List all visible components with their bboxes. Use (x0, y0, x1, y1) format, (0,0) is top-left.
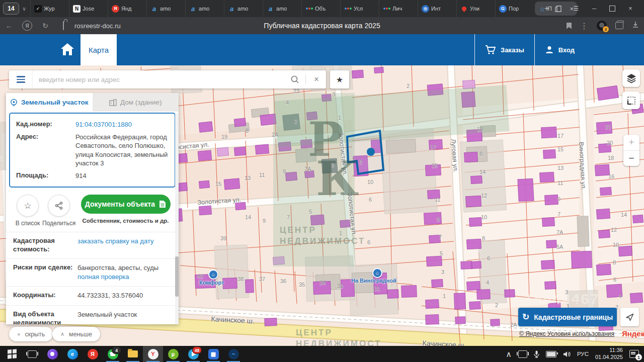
add-to-list-button[interactable]: ☆ (17, 195, 39, 217)
browser-tab[interactable]: GПор (495, 0, 534, 17)
login-button[interactable]: Вход (534, 34, 585, 65)
search-input[interactable] (33, 76, 285, 83)
restore-icon[interactable] (609, 5, 616, 12)
taskbar-calculator-icon[interactable]: ▦ (203, 346, 223, 362)
taskbar-utorrent-icon[interactable]: µ (163, 346, 183, 362)
hide-panel-button[interactable]: × скрыть (9, 327, 53, 341)
panel-toggle-icon[interactable] (554, 5, 561, 12)
parcel-number: 13 (557, 165, 564, 171)
taskbar-explorer-icon[interactable] (123, 346, 143, 362)
back-icon[interactable]: ← (0, 22, 18, 30)
tab-label: amo (160, 6, 171, 12)
browser-tab[interactable]: ⊕Инт (418, 0, 456, 17)
parcel-number: 9 (437, 216, 440, 222)
geolocation-button[interactable] (620, 308, 639, 326)
profile-avatar[interactable]: 2 (597, 21, 607, 31)
document-icon (159, 200, 166, 208)
new-tab-button[interactable]: + (544, 4, 549, 14)
favorites-button[interactable]: ★ (330, 70, 349, 88)
battery-icon[interactable] (546, 351, 556, 357)
tab-label: Усл (354, 6, 363, 12)
map-building (471, 261, 481, 268)
panel-scrollbar[interactable] (175, 113, 179, 324)
yandex-logo[interactable]: Яндекс (622, 329, 644, 338)
tab-land-parcel[interactable]: Земельный участок (6, 93, 93, 112)
layers-button[interactable] (622, 69, 640, 87)
browser-tab[interactable]: NJose (69, 0, 108, 17)
map-building (199, 180, 209, 189)
object-documents-button[interactable]: Документы объекта (81, 195, 171, 214)
bookmark-icon[interactable] (567, 23, 572, 29)
detail-label: Кадастровая стоимость: (13, 237, 77, 254)
parcel-number: 11 (557, 180, 563, 186)
poi-icon[interactable]: ⌂ (208, 269, 218, 280)
tab-house[interactable]: Дом (здание) (93, 93, 179, 112)
yandex-search-icon[interactable]: Я (18, 21, 36, 31)
taskbar-whatsapp-icon[interactable]: ☎4 (103, 346, 123, 362)
map-building (199, 122, 213, 133)
browser-tab[interactable]: Усл (340, 0, 379, 17)
poi-label[interactable]: На Виноградной (351, 278, 396, 284)
volume-icon[interactable] (563, 351, 571, 357)
tray-expand-icon[interactable]: ∧ (506, 349, 512, 359)
taskbar-paint3d-icon[interactable]: ~ (223, 346, 244, 362)
clear-search-icon[interactable]: × (307, 74, 326, 84)
microphone-icon[interactable] (534, 350, 539, 358)
refresh-icon[interactable]: ↻ (36, 22, 54, 30)
scrollbar-thumb[interactable] (175, 256, 179, 297)
tab-map[interactable]: Карта (80, 34, 117, 65)
parcel-number: 40 (197, 273, 203, 279)
orders-button[interactable]: Заказы (474, 34, 534, 65)
chevron-down-icon[interactable]: ∨ (22, 6, 26, 12)
taskbar-start-icon[interactable] (2, 346, 22, 362)
poi-label[interactable]: Комфорт (199, 280, 224, 286)
browser-tab[interactable]: aamo (185, 0, 224, 17)
tab-counter[interactable]: 14 (3, 3, 19, 15)
parcel-number: 21 (605, 124, 611, 130)
map-extent-button[interactable] (622, 92, 640, 109)
poi-icon[interactable]: ⌂ (372, 268, 382, 278)
zoom-out-button[interactable]: − (623, 151, 639, 166)
taskbar-alice-icon[interactable] (42, 346, 62, 362)
info-value-link[interactable]: 91:04:037001:1880 (75, 120, 169, 129)
clock[interactable]: 11:36 01.04.2025 (595, 347, 623, 361)
browser-tab[interactable]: Объ (301, 0, 340, 17)
browser-tab[interactable]: aamo (263, 0, 301, 17)
close-icon[interactable]: × (627, 5, 634, 12)
browser-tab[interactable]: aamo (146, 0, 185, 17)
cast-icon[interactable] (518, 350, 527, 358)
taskbar-taskview-icon[interactable] (22, 346, 42, 362)
taskbar-yandex-icon[interactable]: Я (83, 346, 103, 362)
detail-link[interactable]: заказать справку на дату (77, 237, 172, 246)
cadastral-borders-button[interactable]: ↻ Кадастровые границы (518, 308, 617, 326)
search-icon[interactable] (285, 75, 304, 84)
browser-tab[interactable]: ✓Жур (30, 0, 69, 17)
notifications-icon[interactable]: 1 (629, 350, 639, 358)
browser-tab[interactable]: aamo (224, 0, 263, 17)
taskbar-telegram-icon[interactable]: 48 (183, 346, 203, 362)
url-text[interactable]: rosreestr-doc.ru (74, 22, 121, 30)
minimize-icon[interactable]: ─ (591, 5, 598, 12)
taskbar-edge-icon[interactable]: e (62, 346, 83, 362)
home-icon[interactable] (59, 42, 75, 59)
zoom-in-button[interactable]: + (623, 135, 639, 151)
parcel-number: 1 (339, 230, 342, 236)
downloads-icon[interactable] (632, 21, 639, 30)
map-building (198, 150, 212, 161)
collections-icon[interactable] (615, 22, 623, 29)
map-building (255, 144, 269, 154)
browser-tab[interactable]: ЯЯнд (108, 0, 146, 17)
menu-icon[interactable]: ☰ (573, 5, 580, 12)
map-attribution[interactable]: © Яндекс Условия использования (519, 330, 614, 337)
taskbar-yandex-browser-icon[interactable]: Y (143, 346, 163, 362)
collapse-panel-button[interactable]: ∧ меньше (52, 327, 100, 341)
tab-label: amo (276, 6, 287, 12)
menu-burger-icon[interactable] (9, 70, 33, 88)
language-indicator[interactable]: РУС (577, 351, 589, 357)
kebab-menu-icon[interactable]: ⋮ (580, 21, 588, 31)
map-building (427, 256, 442, 266)
browser-tab[interactable]: Лич (379, 0, 418, 17)
detail-link[interactable]: полная проверка (77, 273, 172, 282)
browser-tab[interactable]: Ули (456, 0, 495, 17)
share-button[interactable] (48, 195, 70, 217)
